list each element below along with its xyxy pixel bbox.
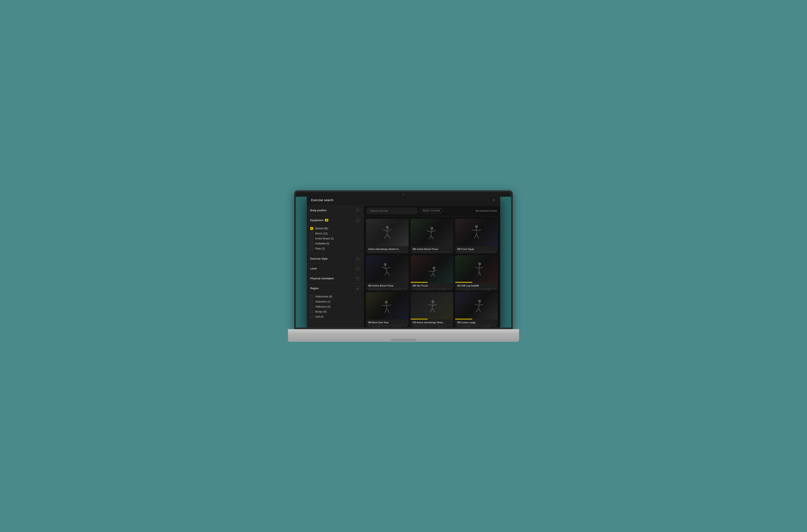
exercise-card-5[interactable]: BB Hip Thrust MORE DETAILS SELECT — [411, 255, 453, 290]
equipment-kettlebell[interactable]: Kettlebell (6) — [310, 241, 360, 246]
more-details-btn-9[interactable]: MORE DETAILS — [457, 325, 476, 327]
svg-line-10 — [429, 235, 431, 239]
calf-checkbox[interactable] — [310, 315, 313, 318]
equipment-plate[interactable]: Plate (2) — [310, 246, 360, 251]
close-button[interactable]: × — [492, 198, 496, 203]
exercise-card-1[interactable]: Active Hamstrings Stretch H... MORE DETA… — [366, 219, 408, 253]
select-btn-7[interactable]: SELECT — [388, 325, 406, 327]
equipment-header[interactable]: Equipment 1 ▴ — [307, 215, 363, 225]
select-btn-4[interactable]: SELECT — [388, 288, 406, 290]
select-btn-1[interactable]: SELECT — [388, 252, 406, 253]
svg-line-52 — [476, 308, 479, 312]
region-abductors[interactable]: Abductors (1) — [310, 299, 360, 304]
screen-bezel: Exercise search × Body position — [294, 190, 513, 329]
region-calf[interactable]: Calf (4) — [310, 314, 360, 319]
equipment-barbell[interactable]: Barbell (66) — [310, 226, 360, 231]
exercise-card-4[interactable]: BB Incline Bench Press MORE DETAILS SELE… — [366, 255, 408, 290]
equipment-incline-board[interactable]: Incline Board (2) — [310, 236, 360, 241]
select-btn-3[interactable]: SELECT — [477, 252, 496, 253]
body-position-header[interactable]: Body position ▾ — [307, 206, 363, 215]
equipment-badge: 1 — [325, 219, 328, 222]
exercise-card-3[interactable]: BB Front Squat MORE DETAILS SELECT — [455, 219, 498, 253]
svg-line-46 — [430, 308, 432, 312]
adductors-label: Adductors (4) — [315, 305, 330, 308]
exercise-info-1: Active Hamstrings Stretch H... MORE DETA… — [366, 246, 408, 253]
equipment-items: Barbell (66) Bench (12) Incline Board (2… — [307, 225, 363, 254]
more-details-btn-2[interactable]: MORE DETAILS — [413, 252, 431, 253]
region-adductors[interactable]: Adductors (4) — [310, 304, 360, 309]
svg-line-16 — [474, 234, 476, 239]
exercise-name-4: BB Incline Bench Press — [368, 284, 406, 287]
abductors-checkbox[interactable] — [310, 300, 313, 303]
svg-line-3 — [387, 229, 391, 231]
region-header[interactable]: Region ▴ — [307, 284, 363, 293]
exercise-name-3: BB Front Squat — [457, 248, 496, 250]
svg-line-29 — [433, 274, 435, 277]
more-details-btn-5[interactable]: MORE DETAILS — [413, 288, 431, 290]
region-chevron: ▴ — [356, 286, 360, 291]
select-btn-9[interactable]: SELECT — [477, 325, 496, 327]
exercise-style-label: Exercise Style — [310, 257, 327, 260]
exercise-style-chevron: ▾ — [356, 256, 360, 261]
barbell-checkbox[interactable] — [310, 227, 313, 230]
exercise-card-8[interactable]: KB Active Hamstrings Stretc... MORE DETA… — [411, 292, 453, 327]
exercise-thumb-9 — [455, 292, 498, 320]
reset-filters-button[interactable]: RESET FILTERS — [420, 208, 443, 213]
exercise-card-7[interactable]: BB Bent Over Row MORE DETAILS SELECT — [366, 292, 408, 327]
exercise-card-6[interactable]: BB Stiff Leg Deadlift MORE DETAILS SELEC… — [455, 255, 498, 290]
modal-body: Body position ▾ Equipment — [307, 206, 500, 327]
equipment-label: Equipment — [310, 218, 323, 222]
select-btn-2[interactable]: SELECT — [433, 252, 451, 253]
svg-line-47 — [432, 308, 435, 312]
svg-line-7 — [431, 230, 432, 235]
more-details-btn-1[interactable]: MORE DETAILS — [368, 252, 387, 253]
search-input[interactable] — [367, 208, 417, 214]
exercise-card-9[interactable]: BB Curtsy Lunge MORE DETAILS SELECT — [455, 292, 498, 327]
svg-line-43 — [432, 303, 433, 308]
select-btn-6[interactable]: SELECT — [477, 288, 496, 290]
exercise-actions-6: MORE DETAILS SELECT — [457, 288, 496, 290]
select-btn-8[interactable]: SELECT — [433, 325, 451, 327]
svg-line-11 — [431, 235, 434, 239]
adductors-checkbox[interactable] — [310, 305, 313, 308]
exercise-thumb-3 — [455, 219, 498, 246]
exercise-thumb-2 — [411, 219, 453, 246]
laptop-frame: Exercise search × Body position — [288, 190, 519, 342]
incline-board-checkbox[interactable] — [310, 237, 313, 240]
svg-point-36 — [385, 301, 388, 304]
region-abdominals[interactable]: Abdominals (6) — [310, 294, 360, 299]
exercise-name-7: BB Bent Over Row — [368, 321, 406, 324]
region-biceps[interactable]: Biceps (6) — [310, 309, 360, 314]
more-details-btn-8[interactable]: MORE DETAILS — [413, 325, 431, 327]
exercise-info-9: BB Curtsy Lunge MORE DETAILS SELECT — [455, 320, 498, 327]
more-details-btn-6[interactable]: MORE DETAILS — [457, 288, 476, 290]
thumb-accent-6 — [455, 282, 472, 283]
plate-checkbox[interactable] — [310, 247, 313, 250]
calf-label: Calf (4) — [315, 315, 323, 318]
biceps-checkbox[interactable] — [310, 310, 313, 313]
exercise-style-header[interactable]: Exercise Style ▾ — [307, 254, 363, 264]
exercise-actions-4: MORE DETAILS SELECT — [368, 288, 406, 290]
laptop-base — [288, 329, 519, 342]
exercise-thumb-1 — [366, 219, 408, 246]
svg-line-39 — [386, 305, 391, 306]
bench-checkbox[interactable] — [310, 232, 313, 235]
abdominals-label: Abdominals (6) — [315, 295, 332, 298]
region-label: Region — [310, 287, 319, 290]
equipment-bench[interactable]: Bench (12) — [310, 231, 360, 236]
select-btn-5[interactable]: SELECT — [433, 288, 451, 290]
exercise-actions-8: MORE DETAILS SELECT — [413, 325, 451, 327]
abductors-label: Abductors (1) — [315, 300, 330, 303]
more-details-btn-7[interactable]: MORE DETAILS — [368, 325, 387, 327]
svg-line-8 — [427, 230, 431, 232]
kettlebell-checkbox[interactable] — [310, 242, 313, 245]
svg-point-0 — [386, 226, 389, 229]
more-details-btn-4[interactable]: MORE DETAILS — [368, 288, 387, 290]
abdominals-checkbox[interactable] — [310, 295, 313, 298]
exercise-card-2[interactable]: BB Incline Bench Press MORE DETAILS SELE… — [411, 219, 453, 253]
level-header[interactable]: Level ▾ — [307, 264, 363, 273]
svg-point-42 — [431, 300, 435, 303]
physical-orientation-header[interactable]: Physical orientation ▾ — [307, 274, 363, 283]
more-details-btn-3[interactable]: MORE DETAILS — [457, 252, 476, 253]
filter-sidebar: Body position ▾ Equipment — [307, 206, 364, 327]
